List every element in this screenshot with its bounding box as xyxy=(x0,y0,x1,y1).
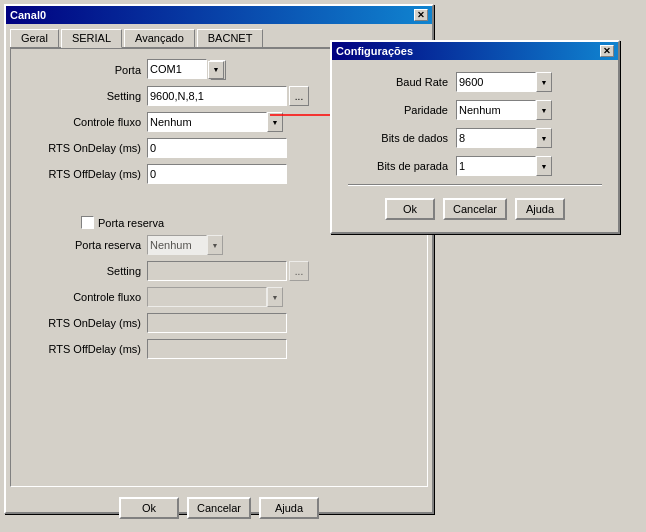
config-titlebar: Configurações ✕ xyxy=(332,42,618,60)
controle-label: Controle fluxo xyxy=(21,116,141,128)
config-ok-button[interactable]: Ok xyxy=(385,198,435,220)
setting-input[interactable] xyxy=(147,86,287,106)
main-ajuda-button[interactable]: Ajuda xyxy=(259,497,319,519)
porta-input[interactable] xyxy=(147,59,207,79)
paridade-dropdown-btn[interactable]: ▼ xyxy=(536,100,552,120)
porta-reserva-dropdown-btn[interactable]: ▼ xyxy=(207,235,223,255)
controle2-label: Controle fluxo xyxy=(21,291,141,303)
porta-reserva-field-row: Porta reserva ▼ xyxy=(21,235,417,255)
bits-dados-row: Bits de dados ▼ xyxy=(348,128,602,148)
porta-dropdown-btn[interactable]: ▼ xyxy=(210,60,226,80)
setting2-input[interactable] xyxy=(147,261,287,281)
bits-dados-input[interactable] xyxy=(456,128,536,148)
controle2-input[interactable] xyxy=(147,287,267,307)
config-divider xyxy=(348,184,602,186)
porta-reserva-field-label: Porta reserva xyxy=(21,239,141,251)
controle2-row: Controle fluxo ▼ xyxy=(21,287,417,307)
rts-on-input[interactable] xyxy=(147,138,287,158)
porta-reserva-checkbox[interactable] xyxy=(81,216,94,229)
main-button-row: Ok Cancelar Ajuda xyxy=(6,491,432,525)
setting2-label: Setting xyxy=(21,265,141,277)
paridade-label: Paridade xyxy=(348,104,448,116)
rts-on2-input[interactable] xyxy=(147,313,287,333)
paridade-input[interactable] xyxy=(456,100,536,120)
config-title: Configurações xyxy=(336,45,413,57)
controle-select-wrapper: ▼ xyxy=(147,112,283,132)
bits-parada-label: Bits de parada xyxy=(348,160,448,172)
setting-label: Setting xyxy=(21,90,141,102)
config-cancelar-button[interactable]: Cancelar xyxy=(443,198,507,220)
config-close-button[interactable]: ✕ xyxy=(600,45,614,57)
bits-dados-dropdown-btn[interactable]: ▼ xyxy=(536,128,552,148)
porta-reserva-checkbox-label: Porta reserva xyxy=(98,217,164,229)
controle-dropdown-btn[interactable]: ▼ xyxy=(267,112,283,132)
rts-off2-input[interactable] xyxy=(147,339,287,359)
setting2-row: Setting ... xyxy=(21,261,417,281)
bits-parada-row: Bits de parada ▼ xyxy=(348,156,602,176)
rts-on-label: RTS OnDelay (ms) xyxy=(21,142,141,154)
tab-geral[interactable]: Geral xyxy=(10,29,59,48)
tab-avancado[interactable]: Avançado xyxy=(124,29,195,48)
paridade-row: Paridade ▼ xyxy=(348,100,602,120)
baud-rate-dropdown-btn[interactable]: ▼ xyxy=(536,72,552,92)
bits-parada-select-wrapper: ▼ xyxy=(456,156,552,176)
main-cancelar-button[interactable]: Cancelar xyxy=(187,497,251,519)
config-dialog: Configurações ✕ Baud Rate ▼ Paridade ▼ B… xyxy=(330,40,620,234)
rts-off-label: RTS OffDelay (ms) xyxy=(21,168,141,180)
controle2-select-wrapper: ▼ xyxy=(147,287,283,307)
baud-rate-label: Baud Rate xyxy=(348,76,448,88)
main-close-button[interactable]: ✕ xyxy=(414,9,428,21)
porta-label: Porta xyxy=(21,64,141,76)
main-title: Canal0 xyxy=(10,9,46,21)
config-ajuda-button[interactable]: Ajuda xyxy=(515,198,565,220)
rts-off-input[interactable] xyxy=(147,164,287,184)
porta-select-wrapper: ▼ xyxy=(147,59,226,80)
main-titlebar: Canal0 ✕ xyxy=(6,6,432,24)
bits-parada-dropdown-btn[interactable]: ▼ xyxy=(536,156,552,176)
bits-dados-label: Bits de dados xyxy=(348,132,448,144)
bits-dados-select-wrapper: ▼ xyxy=(456,128,552,148)
config-button-row: Ok Cancelar Ajuda xyxy=(348,194,602,220)
porta-reserva-input[interactable] xyxy=(147,235,207,255)
rts-off2-label: RTS OffDelay (ms) xyxy=(21,343,141,355)
setting2-btn[interactable]: ... xyxy=(289,261,309,281)
bits-parada-input[interactable] xyxy=(456,156,536,176)
main-ok-button[interactable]: Ok xyxy=(119,497,179,519)
controle-input[interactable] xyxy=(147,112,267,132)
controle2-dropdown-btn[interactable]: ▼ xyxy=(267,287,283,307)
tab-bacnet[interactable]: BACNET xyxy=(197,29,264,48)
rts-on2-row: RTS OnDelay (ms) xyxy=(21,313,417,333)
baud-rate-row: Baud Rate ▼ xyxy=(348,72,602,92)
paridade-select-wrapper: ▼ xyxy=(456,100,552,120)
rts-on2-label: RTS OnDelay (ms) xyxy=(21,317,141,329)
rts-off2-row: RTS OffDelay (ms) xyxy=(21,339,417,359)
baud-rate-select-wrapper: ▼ xyxy=(456,72,552,92)
setting-btn[interactable]: ... xyxy=(289,86,309,106)
config-content: Baud Rate ▼ Paridade ▼ Bits de dados ▼ B… xyxy=(332,60,618,232)
porta-reserva-select-wrapper: ▼ xyxy=(147,235,223,255)
tab-serial[interactable]: SERIAL xyxy=(61,29,122,48)
baud-rate-input[interactable] xyxy=(456,72,536,92)
